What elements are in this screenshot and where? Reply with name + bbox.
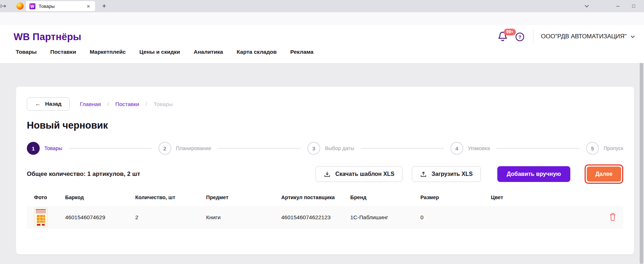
next-button-highlight: Далее <box>585 164 623 184</box>
cover-grid-art <box>36 215 45 223</box>
breadcrumb-current: Товары <box>153 101 172 107</box>
step-1-circle: 1 <box>27 142 40 155</box>
nav-item-ads[interactable]: Реклама <box>290 49 313 55</box>
breadcrumb-supplies[interactable]: Поставки <box>115 101 139 107</box>
col-quantity: Количество, шт <box>135 195 206 200</box>
step-1-label: Товары <box>44 145 62 151</box>
upload-xls-button[interactable]: Загрузить XLS <box>412 166 481 182</box>
window-minimize-button[interactable]: – <box>613 1 623 11</box>
step-3-circle: 3 <box>307 142 320 155</box>
upload-icon <box>420 171 427 178</box>
goods-table: Фото Баркод Количество, шт Предмет Артик… <box>27 195 623 229</box>
account-menu[interactable]: ООО"РДВ АВТОМАТИЗАЦИЯ" <box>541 33 635 40</box>
totals-summary: Общее количество: 1 артикулов, 2 шт <box>27 171 140 178</box>
step-3-label: Выбор даты <box>325 145 354 151</box>
site-header: WB Партнёры 99+ ? ООО"РДВ АВТОМАТИЗАЦИЯ"… <box>0 25 644 63</box>
firefox-view-icon[interactable] <box>1 3 6 10</box>
download-icon <box>324 171 331 178</box>
col-subject: Предмет <box>206 195 281 200</box>
tab-title: Товары <box>39 4 85 9</box>
tab-close-icon[interactable]: ✕ <box>85 3 92 10</box>
browser-tab-bar: W Товары ✕ + – □ <box>0 0 644 12</box>
step-5-label: Пропуск <box>604 145 623 151</box>
step-connector <box>496 148 580 149</box>
new-draft-card: ← Назад Главная / Поставки / Товары Новы… <box>16 87 634 254</box>
cell-barcode: 4601546074629 <box>65 214 135 221</box>
col-barcode: Баркод <box>65 195 135 200</box>
col-color: Цвет <box>491 195 602 200</box>
step-connector <box>361 148 444 149</box>
breadcrumb-separator: / <box>107 101 109 107</box>
next-button[interactable]: Далее <box>587 167 621 182</box>
cell-quantity: 2 <box>135 214 206 221</box>
step-4-label: Упаковка <box>468 145 490 151</box>
help-icon[interactable]: ? <box>516 33 524 41</box>
cover-text-lines <box>36 209 46 213</box>
nav-item-supplies[interactable]: Поставки <box>50 49 76 55</box>
col-photo: Фото <box>34 195 65 200</box>
nav-item-marketplace[interactable]: Маркетплейс <box>90 49 126 55</box>
nav-item-goods[interactable]: Товары <box>16 49 37 55</box>
cover-footer-line <box>37 224 45 226</box>
step-connector <box>218 148 301 149</box>
cell-vendor-code: 4601546074622123 <box>281 214 350 221</box>
breadcrumb: Главная / Поставки / Товары <box>80 101 173 107</box>
nav-item-prices-discounts[interactable]: Цены и скидки <box>139 49 180 55</box>
header-divider <box>533 29 533 44</box>
window-maximize-button[interactable]: □ <box>628 1 639 11</box>
step-5-circle: 5 <box>586 142 599 155</box>
wb-partners-logo[interactable]: WB Партнёры <box>14 32 81 43</box>
notifications-badge: 99+ <box>504 29 516 35</box>
stepper: 1 Товары 2 Планирование 3 Выбор даты 4 У… <box>27 142 623 155</box>
col-vendor-code: Артикул поставщика <box>281 195 350 200</box>
back-button[interactable]: ← Назад <box>27 97 70 111</box>
page-title: Новый черновик <box>27 120 623 131</box>
firefox-logo-icon[interactable] <box>16 3 24 10</box>
company-name: ООО"РДВ АВТОМАТИЗАЦИЯ" <box>541 33 626 40</box>
add-manually-button[interactable]: Добавить вручную <box>497 166 570 182</box>
back-arrow-icon: ← <box>35 101 41 107</box>
nav-item-warehouse-map[interactable]: Карта складов <box>236 49 277 55</box>
browser-tab[interactable]: W Товары ✕ <box>26 1 95 11</box>
step-connector <box>69 148 152 149</box>
cell-size: 0 <box>420 214 491 221</box>
table-header-row: Фото Баркод Количество, шт Предмет Артик… <box>27 195 623 200</box>
step-2-circle: 2 <box>158 142 171 155</box>
product-photo[interactable] <box>34 208 48 227</box>
breadcrumb-separator: / <box>146 101 147 107</box>
col-size: Размер <box>420 195 491 200</box>
step-4-circle: 4 <box>450 142 463 155</box>
main-nav: Товары Поставки Маркетплейс Цены и скидк… <box>16 49 313 55</box>
browser-toolbar: ← → https://seller.wildberries.ru/suppli… <box>0 12 644 25</box>
col-brand: Бренд <box>350 195 420 200</box>
list-tabs-chevron-icon[interactable] <box>584 3 590 10</box>
delete-row-trash-icon[interactable] <box>609 212 617 223</box>
step-2-label: Планирование <box>176 145 211 151</box>
nav-item-analytics[interactable]: Аналитика <box>194 49 223 55</box>
cell-subject: Книги <box>206 214 281 221</box>
table-row: 4601546074629 2 Книги 4601546074622123 1… <box>27 206 623 229</box>
wildberries-favicon: W <box>29 3 35 9</box>
chevron-down-icon <box>630 34 635 39</box>
download-xls-template-button[interactable]: Скачать шаблон XLS <box>316 166 402 182</box>
breadcrumb-home[interactable]: Главная <box>80 101 101 107</box>
new-tab-button[interactable]: + <box>99 1 109 11</box>
cell-brand: 1С-Паблишинг <box>350 214 420 221</box>
